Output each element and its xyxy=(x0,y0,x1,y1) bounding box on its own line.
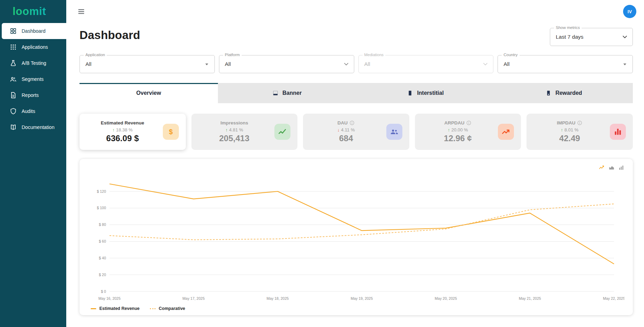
dollar-icon: $ xyxy=(163,124,179,140)
sidebar-nav: Dashboard Applications A/B Testing Segme… xyxy=(0,23,66,135)
legend-item[interactable]: Comparative xyxy=(150,306,185,311)
header-row: Dashboard Show metrics Last 7 days xyxy=(79,23,633,46)
info-icon[interactable] xyxy=(349,120,355,126)
area-chart-icon[interactable] xyxy=(608,165,615,171)
svg-text:$ 60: $ 60 xyxy=(99,239,106,243)
metric-value: 636.09 $ xyxy=(79,134,166,143)
metric-label: DAU xyxy=(338,120,348,126)
trend-arrow-icon: ↓ xyxy=(337,127,340,132)
chart-toolbar xyxy=(88,165,624,171)
metric-percent: 4.11 % xyxy=(341,127,355,132)
legend-item[interactable]: Estimated Revenue xyxy=(91,306,139,311)
metric-card[interactable]: Impressions ↑ 4.81 % 205,413 xyxy=(191,114,298,150)
tab[interactable]: Interstitial xyxy=(356,83,495,103)
metric-label: ARPDAU xyxy=(444,120,464,126)
svg-text:May 20, 2025: May 20, 2025 xyxy=(435,296,457,301)
dashboard-icon xyxy=(10,28,17,35)
chevron-down-icon xyxy=(482,61,489,68)
trend-arrow-icon: ↑ xyxy=(448,127,450,132)
ab-testing-icon xyxy=(10,60,17,67)
menu-button[interactable] xyxy=(77,8,85,15)
metric-value: 684 xyxy=(303,134,389,143)
tabs-bar: Overview Banner Interstitial Rewarded xyxy=(79,83,633,103)
metric-card[interactable]: IMPDAU ↑ 8.01 % 42.49 xyxy=(526,114,633,150)
metric-percent: 20.00 % xyxy=(451,127,468,132)
banner-icon xyxy=(272,90,279,96)
filter-select[interactable]: Mediations All xyxy=(358,55,494,73)
sidebar-item[interactable]: Reports xyxy=(2,87,66,103)
dropdown-caret-icon xyxy=(621,61,628,68)
svg-text:$ 20: $ 20 xyxy=(99,273,106,277)
revenue-chart: $ 0$ 20$ 40$ 60$ 80$ 100$ 120May 16, 202… xyxy=(88,172,624,305)
svg-text:May 22, 2025: May 22, 2025 xyxy=(603,296,624,301)
info-icon[interactable] xyxy=(577,120,582,126)
interstitial-icon xyxy=(407,90,413,96)
svg-text:$: $ xyxy=(169,128,173,136)
filter-value: All xyxy=(85,61,91,67)
documentation-icon xyxy=(10,124,17,131)
metric-percent: 4.81 % xyxy=(229,127,243,132)
metric-value: 205,413 xyxy=(191,134,278,143)
svg-text:May 16, 2025: May 16, 2025 xyxy=(98,296,121,301)
applications-icon xyxy=(10,44,17,51)
svg-text:$ 40: $ 40 xyxy=(99,256,106,260)
legend-label: Comparative xyxy=(159,306,185,311)
avatar[interactable]: IV xyxy=(623,5,636,18)
filter-select[interactable]: Application All xyxy=(79,55,215,73)
trend-arrow-icon: ↑ xyxy=(225,127,228,132)
metric-percent: 18.38 % xyxy=(116,127,133,132)
brand-logo-text[interactable]: loomit xyxy=(13,5,46,18)
filter-value: All xyxy=(225,61,231,67)
chevron-down-icon xyxy=(621,33,628,40)
metric-label: Estimated Revenue xyxy=(101,120,144,126)
tab[interactable]: Banner xyxy=(218,83,356,103)
sidebar-item[interactable]: Dashboard xyxy=(2,23,66,39)
filter-value: All xyxy=(503,61,509,67)
show-metrics-value: Last 7 days xyxy=(556,34,583,40)
metrics-row: Estimated Revenue ↑ 18.38 % 636.09 $ xyxy=(79,114,633,150)
tab[interactable]: Rewarded xyxy=(494,83,633,103)
main-area: IV Dashboard Show metrics Last 7 days Ap… xyxy=(66,0,644,327)
filter-label: Platform xyxy=(223,53,242,57)
metric-value: 12.96 ¢ xyxy=(415,134,501,143)
bars-icon[interactable] xyxy=(618,165,624,171)
sidebar-item[interactable]: Documentation xyxy=(2,119,66,135)
filter-select[interactable]: Platform All xyxy=(219,55,354,73)
dropdown-caret-icon xyxy=(203,61,210,68)
metric-label: IMPDAU xyxy=(557,120,575,126)
filter-select[interactable]: Country All xyxy=(498,55,633,73)
legend-line-sample xyxy=(150,308,156,309)
sidebar-item[interactable]: Segments xyxy=(2,71,66,87)
svg-text:$ 100: $ 100 xyxy=(97,206,106,210)
metric-percent: 8.01 % xyxy=(565,127,578,132)
svg-text:$ 120: $ 120 xyxy=(97,189,106,193)
chart-legend: Estimated RevenueComparative xyxy=(88,306,624,311)
tab[interactable]: Overview xyxy=(79,83,218,103)
audits-icon xyxy=(10,108,17,115)
info-icon[interactable] xyxy=(466,120,471,126)
metric-value: 42.49 xyxy=(526,134,613,143)
metric-card[interactable]: Estimated Revenue ↑ 18.38 % 636.09 $ xyxy=(79,114,186,150)
metric-card[interactable]: ARPDAU ↑ 20.00 % 12.96 ¢ xyxy=(415,114,521,150)
svg-text:May 17, 2025: May 17, 2025 xyxy=(182,296,205,301)
metric-card[interactable]: DAU ↓ 4.11 % 684 xyxy=(303,114,409,150)
chart-line-icon xyxy=(274,124,290,140)
svg-text:May 21, 2025: May 21, 2025 xyxy=(519,296,541,301)
legend-line-sample xyxy=(91,308,96,309)
line-chart-icon[interactable] xyxy=(599,165,605,171)
filters-row: Application All Platform All Mediations … xyxy=(79,55,633,73)
show-metrics-select[interactable]: Show metrics Last 7 days xyxy=(550,28,633,46)
trend-arrow-icon: ↑ xyxy=(561,127,563,132)
sidebar-item[interactable]: Applications xyxy=(2,39,66,55)
sidebar-item[interactable]: Audits xyxy=(2,103,66,119)
filter-label: Country xyxy=(502,53,519,57)
topbar: IV xyxy=(66,0,644,23)
people-icon xyxy=(386,124,402,140)
reports-icon xyxy=(10,92,17,99)
metric-label: Impressions xyxy=(220,120,248,126)
app-root: loomit Dashboard Applications A/B Testin… xyxy=(0,0,644,327)
brand-logo[interactable]: loomit xyxy=(0,0,66,23)
show-metrics-label: Show metrics xyxy=(554,25,582,30)
sidebar-item[interactable]: A/B Testing xyxy=(2,55,66,71)
filter-label: Mediations xyxy=(363,53,386,57)
